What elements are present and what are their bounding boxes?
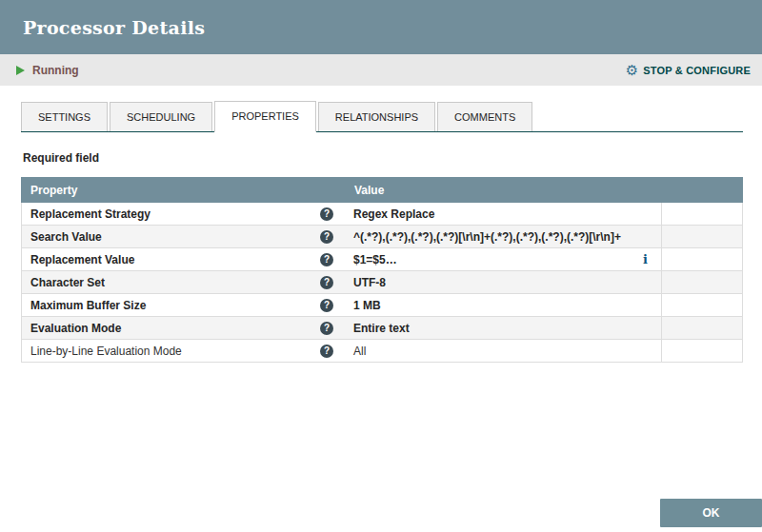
row-extra-cell [662,271,742,293]
table-row: Evaluation Mode ? Entire text [22,317,742,340]
table-body: Replacement Strategy ? Regex Replace Sea… [21,203,743,363]
property-name: Character Set [30,276,105,289]
stop-and-configure-button[interactable]: ⚙ STOP & CONFIGURE [626,63,751,77]
tab-relationships[interactable]: RELATIONSHIPS [318,102,435,131]
dialog-header: Processor Details [0,0,762,54]
status-text: Running [32,64,79,77]
help-icon[interactable]: ? [320,345,333,358]
tab-properties[interactable]: PROPERTIES [214,101,316,132]
row-extra-cell [662,203,742,225]
property-name: Replacement Strategy [30,207,150,221]
table-row: Maximum Buffer Size ? 1 MB [22,294,742,317]
dialog-title: Processor Details [23,17,205,38]
table-row: Replacement Value ? $1=$5… i [22,248,742,271]
property-value: Regex Replace [353,207,434,221]
property-value: All [353,345,366,358]
help-icon[interactable]: ? [320,207,333,221]
dialog-body: SETTINGS SCHEDULING PROPERTIES RELATIONS… [0,86,762,363]
property-value: $1=$5… [353,253,397,266]
tab-settings[interactable]: SETTINGS [21,102,108,131]
help-icon[interactable]: ? [320,253,333,266]
property-value: 1 MB [353,299,381,312]
property-value: ^(.*?),(.*?),(.*?),(.*?)[\r\n]+(.*?),(.*… [353,230,621,244]
table-row: Replacement Strategy ? Regex Replace [22,203,742,226]
help-icon[interactable]: ? [320,299,333,312]
required-field-label: Required field [23,151,741,165]
table-row: Line-by-Line Evaluation Mode ? All [22,340,742,363]
tab-scheduling[interactable]: SCHEDULING [110,102,212,131]
status-bar: Running ⚙ STOP & CONFIGURE [0,54,762,86]
help-icon[interactable]: ? [320,230,333,244]
column-header-property: Property [21,184,345,197]
stop-configure-label: STOP & CONFIGURE [643,65,751,76]
property-name: Line-by-Line Evaluation Mode [30,345,182,358]
property-name: Evaluation Mode [30,322,121,335]
row-extra-cell [662,226,742,247]
tab-bar: SETTINGS SCHEDULING PROPERTIES RELATIONS… [21,101,743,132]
row-extra-cell [662,340,742,362]
property-name: Replacement Value [30,253,134,266]
tab-comments[interactable]: COMMENTS [437,102,532,131]
row-extra-cell [662,248,742,270]
ok-button[interactable]: OK [660,499,762,527]
row-extra-cell [662,294,742,316]
column-header-value: Value [345,184,663,197]
property-name: Search Value [30,230,102,244]
property-value: UTF-8 [353,276,386,289]
table-row: Search Value ? ^(.*?),(.*?),(.*?),(.*?)[… [22,226,742,248]
properties-table: Property Value Replacement Strategy ? Re… [21,177,743,363]
run-status: Running [16,64,79,77]
table-header-row: Property Value [21,177,743,203]
help-icon[interactable]: ? [320,276,333,289]
table-row: Character Set ? UTF-8 [22,271,742,294]
row-extra-cell [662,317,742,339]
info-icon[interactable]: i [643,252,648,266]
help-icon[interactable]: ? [320,322,333,335]
property-value: Entire text [353,322,410,335]
property-name: Maximum Buffer Size [30,299,146,312]
stop-configure-gear-icon: ⚙ [626,63,638,77]
play-icon [16,66,25,75]
